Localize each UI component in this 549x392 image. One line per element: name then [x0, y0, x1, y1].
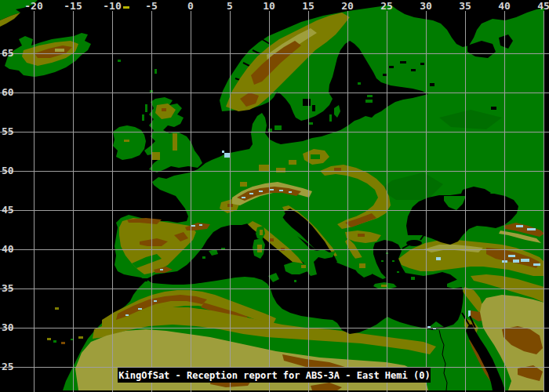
lat-tick-label: 30 — [2, 321, 14, 333]
island-saaremaa — [365, 100, 373, 103]
island-shetland — [155, 69, 157, 74]
lon-tick-label: -20 — [24, 0, 43, 12]
lat-tick-label: 25 — [2, 361, 14, 372]
lat-tick-label: 45 — [2, 204, 14, 216]
lon-tick-label: 30 — [420, 0, 432, 12]
lon-tick-label: 25 — [380, 0, 393, 12]
lon-tick-label: 0 — [187, 0, 194, 12]
island-oland — [329, 114, 332, 122]
pennines — [173, 133, 177, 151]
islands-canary — [47, 338, 51, 340]
map-edge-void — [545, 0, 549, 145]
island-madeira — [55, 307, 59, 310]
lon-tick-label: 40 — [498, 0, 511, 12]
lon-tick-label: 35 — [459, 0, 471, 12]
lon-tick-label: 10 — [263, 0, 275, 12]
lat-tick-label: 65 — [2, 47, 14, 59]
island-faroe — [118, 60, 121, 62]
reception-map-screenshot: -20-15-10-5051015202530354045 6560555045… — [0, 0, 549, 392]
island-hiiumaa — [367, 95, 373, 97]
netherlands-below-sea-level — [224, 153, 230, 158]
lon-tick-label: 5 — [227, 0, 233, 12]
lon-tick-label: -5 — [145, 0, 158, 12]
lon-tick-label: -15 — [64, 0, 82, 12]
lake-peipus — [395, 91, 400, 97]
lon-tick-label: 15 — [302, 0, 314, 12]
lon-tick-label: 20 — [341, 0, 354, 12]
map-title: KingOfSat - Reception report for ABS-3A … — [118, 370, 430, 381]
island-bornholm — [309, 122, 313, 125]
title-bar: KingOfSat - Reception report for ABS-3A … — [118, 368, 431, 383]
wales-mountains — [152, 152, 160, 160]
lake-rybinsk — [491, 107, 496, 110]
lat-tick-label: 60 — [2, 86, 14, 98]
lat-tick-label: 50 — [2, 165, 14, 176]
lake-ilmen — [430, 83, 434, 86]
island-zealand — [274, 125, 282, 130]
islands-aland — [358, 82, 361, 85]
lon-tick-label: 45 — [537, 0, 549, 12]
lon-tick-label: -10 — [103, 0, 122, 12]
latitude-labels: 656055504540353025 — [2, 47, 14, 372]
lat-tick-label: 40 — [2, 243, 14, 255]
lat-tick-label: 35 — [2, 282, 14, 294]
artifact-dash — [123, 6, 129, 9]
island-malta — [294, 280, 296, 282]
island-rhodes — [411, 277, 415, 280]
strait-of-gibraltar — [140, 278, 147, 281]
lake-vanern — [303, 99, 311, 106]
lake-vattern — [312, 105, 315, 111]
island-hebrides — [145, 104, 147, 112]
terrain-map: -20-15-10-5051015202530354045 6560555045… — [0, 0, 549, 392]
lat-tick-label: 55 — [2, 125, 14, 137]
